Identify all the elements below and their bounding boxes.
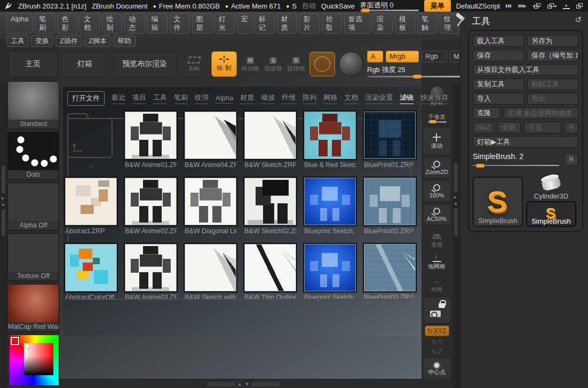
right-divider-scrollbar[interactable]: ▸ ◂ bbox=[452, 85, 459, 388]
symmetry-button[interactable]: 对称 bbox=[423, 274, 451, 295]
export-button[interactable]: 导出 bbox=[527, 93, 578, 105]
dock-left-icon[interactable] bbox=[533, 3, 542, 9]
menu-item-picker[interactable]: 拾取 bbox=[322, 13, 342, 34]
menu-item-draw[interactable]: 绘制 bbox=[102, 13, 122, 34]
load-tool-button[interactable]: 载入工具 bbox=[473, 35, 524, 47]
menu-item-marker[interactable]: 标记 bbox=[255, 13, 275, 34]
color-picker[interactable] bbox=[10, 335, 59, 385]
menu-item-stroke[interactable]: 笔触 bbox=[417, 13, 438, 34]
tab-open-file[interactable]: 打开文件 bbox=[67, 91, 105, 106]
material-selector[interactable]: MatCap Red Wax bbox=[7, 284, 59, 332]
save-increment-button[interactable]: 保存（编号加 1） bbox=[527, 50, 578, 61]
menu-item-color[interactable]: 色彩 bbox=[57, 13, 77, 34]
rgb-intensity-slider[interactable]: Rgb 强度 25 bbox=[367, 66, 473, 77]
scale-gyro-button[interactable]: S 缩放轴 bbox=[264, 57, 283, 72]
tab-document[interactable]: 文档 bbox=[344, 93, 358, 104]
brush-selector[interactable]: Standard bbox=[7, 81, 59, 129]
saturation-value-square[interactable] bbox=[24, 343, 53, 375]
goz-button[interactable]: GoZ bbox=[473, 122, 494, 133]
menu-item-tool[interactable]: 工具 bbox=[6, 35, 29, 47]
lightbox-item-parent-folder[interactable]: .. bbox=[65, 112, 117, 169]
copy-tool-button[interactable]: 复制工具 bbox=[473, 78, 524, 90]
local-symmetry-xyz-button[interactable]: XYZ bbox=[425, 326, 449, 336]
zscript-button[interactable]: DefaultZScript bbox=[456, 2, 500, 10]
dock-right-icon[interactable] bbox=[547, 3, 557, 9]
tab-material[interactable]: 材质 bbox=[240, 93, 254, 104]
menu-item-zplugin[interactable]: Z插件 bbox=[55, 35, 82, 47]
frame-center-button[interactable]: 中心点 bbox=[423, 358, 451, 380]
import-button[interactable]: 导入 bbox=[473, 93, 524, 105]
current-color-swatch[interactable] bbox=[11, 337, 19, 345]
stroke-selector[interactable]: Dots bbox=[7, 132, 59, 180]
goz-r-button[interactable]: R bbox=[565, 122, 578, 133]
menu-item-alpha[interactable]: Alpha bbox=[6, 13, 33, 34]
subpixel-handle[interactable] bbox=[429, 120, 436, 123]
right-strip-expand-icon[interactable]: ▸ bbox=[454, 194, 457, 200]
tab-array[interactable]: 阵列 bbox=[303, 93, 316, 104]
menu-button[interactable]: 菜单 bbox=[424, 0, 451, 12]
move-gyro-button[interactable]: M 移动轴 bbox=[241, 57, 260, 72]
current-material-button[interactable] bbox=[309, 52, 335, 76]
menu-item-template[interactable]: 模板 bbox=[395, 13, 415, 34]
quicksave-button[interactable]: QuickSave bbox=[321, 2, 355, 10]
tool-item-simplebrush[interactable]: S SimpleBrush bbox=[526, 201, 576, 227]
left-divider-scrollbar[interactable]: ▸ ◂ bbox=[0, 81, 7, 388]
tool-slider-handle[interactable] bbox=[476, 164, 484, 168]
minimize-icon[interactable] bbox=[563, 3, 570, 9]
ui-opacity-slider[interactable]: 界面透明 0 bbox=[360, 2, 419, 11]
scroll-up-icon[interactable]: ▲ bbox=[237, 382, 242, 386]
camera-lock-button[interactable] bbox=[423, 297, 451, 323]
rotate-gyro-button[interactable]: R 旋转轴 bbox=[287, 57, 306, 72]
left-strip-collapse-icon[interactable]: ◂ bbox=[2, 202, 4, 207]
left-strip-expand-icon[interactable]: ▸ bbox=[2, 195, 4, 201]
rgb-intensity-handle[interactable] bbox=[413, 75, 422, 78]
zoom2d-button[interactable]: Zoom2D bbox=[423, 157, 451, 178]
restore-configuration-icon[interactable] bbox=[575, 15, 582, 25]
tool-r-button[interactable]: R bbox=[565, 153, 578, 166]
menu-item-render[interactable]: 渲染 bbox=[372, 13, 393, 34]
menu-item-dynamic[interactable]: 动态 bbox=[124, 13, 145, 34]
a-button[interactable]: A bbox=[367, 51, 383, 62]
save-as-button[interactable]: 另存为 bbox=[527, 35, 578, 47]
tab-tool[interactable]: 工具 bbox=[153, 93, 167, 104]
current-tool-preview[interactable]: S SimpleBrush bbox=[473, 177, 523, 227]
texture-selector[interactable]: Texture Off bbox=[7, 233, 59, 281]
menu-item-transform[interactable]: 变换 bbox=[31, 35, 53, 47]
menu-item-material[interactable]: 材质 bbox=[277, 13, 297, 34]
menu-item-light[interactable]: 灯光 bbox=[214, 13, 235, 34]
scroll-button[interactable]: 滚动 bbox=[423, 127, 451, 155]
clone-button[interactable]: 克隆 bbox=[473, 107, 500, 119]
actual-size-button[interactable]: 100% bbox=[423, 180, 451, 202]
menu-item-document[interactable]: 文档 bbox=[80, 13, 100, 34]
horizontal-scrollbar[interactable]: ▲ ▼ bbox=[207, 382, 280, 386]
tab-brush[interactable]: 笔刷 bbox=[174, 93, 188, 104]
tab-filter[interactable]: 滤镜 bbox=[400, 93, 414, 104]
mrgb-button[interactable]: Mrgb bbox=[386, 51, 419, 62]
bpr-render-button[interactable]: BPR bbox=[423, 84, 451, 109]
menu-item-file[interactable]: 文件 bbox=[170, 13, 190, 34]
rotate-z-button[interactable]: Z bbox=[432, 348, 442, 355]
tab-noise[interactable]: 噪波 bbox=[261, 93, 275, 104]
tab-project[interactable]: 项目 bbox=[132, 93, 146, 104]
rotate-y-button[interactable]: Y bbox=[431, 338, 442, 346]
load-from-project-button[interactable]: 从项目文件载入工具 bbox=[473, 64, 578, 76]
edit-button[interactable]: Edit bbox=[181, 51, 208, 77]
tab-mesh[interactable]: 网格 bbox=[323, 93, 337, 104]
right-strip-collapse-icon[interactable]: ◂ bbox=[454, 201, 457, 206]
divider-collapse-left-icon[interactable] bbox=[505, 4, 512, 8]
paste-tool-button[interactable]: 粘贴工具 bbox=[527, 78, 578, 90]
goz-all-button[interactable]: 全部 bbox=[497, 122, 521, 133]
tab-texture[interactable]: 纹理 bbox=[195, 93, 209, 104]
perspective-button[interactable]: 透视 bbox=[423, 227, 451, 250]
menu-item-help[interactable]: 帮助 bbox=[113, 35, 136, 47]
tab-fiber[interactable]: 纤维 bbox=[282, 93, 296, 104]
menu-item-zscript[interactable]: Z脚本 bbox=[84, 35, 111, 47]
menu-item-movie[interactable]: 影片 bbox=[299, 13, 320, 34]
rgb-button[interactable]: Rgb bbox=[422, 51, 447, 62]
subpixel-slider[interactable]: 子像素 bbox=[423, 111, 451, 125]
scroll-down-icon[interactable]: ▼ bbox=[244, 382, 250, 386]
antialiased-half-size-button[interactable]: AC50% bbox=[423, 204, 451, 225]
tab-alpha[interactable]: Alpha bbox=[216, 94, 233, 104]
brush-preview-sphere[interactable] bbox=[339, 52, 363, 76]
menu-item-edit[interactable]: 编辑 bbox=[147, 13, 167, 34]
